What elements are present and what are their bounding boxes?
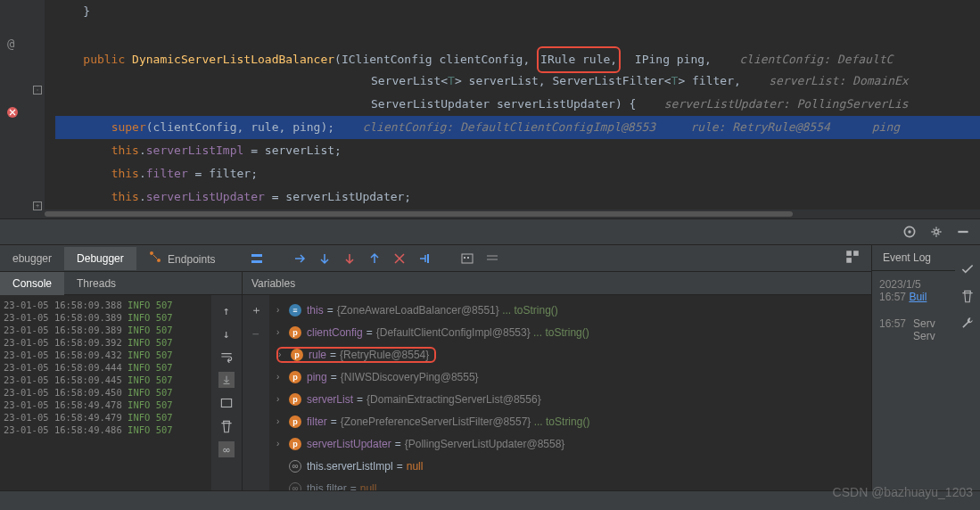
svg-point-3 (935, 230, 939, 234)
layout-icon[interactable] (249, 251, 265, 267)
check-icon[interactable] (959, 261, 976, 277)
step-out-icon[interactable] (366, 251, 383, 267)
param-icon: p (289, 326, 301, 339)
variables-tree[interactable]: › ≡ this={ZoneAwareLoadBalancer@8551} ..… (269, 295, 871, 509)
step-over-icon[interactable] (317, 251, 333, 267)
editor-toolbar (0, 218, 980, 245)
frames-section: Console Threads 23-01-05 16:58:09.388 IN… (0, 272, 243, 509)
run-to-cursor-icon[interactable] (416, 251, 432, 267)
svg-rect-8 (427, 254, 429, 263)
svg-rect-7 (251, 260, 262, 263)
tab-threads[interactable]: Threads (64, 272, 128, 295)
constructor-name: DynamicServerListLoadBalancer (132, 53, 334, 66)
tab-endpoints[interactable]: Endpoints (136, 245, 228, 271)
endpoints-icon (149, 251, 161, 263)
svg-rect-15 (853, 251, 859, 256)
var-tsli[interactable]: › ∞ this.serverListImpl=null (269, 455, 871, 477)
editor-gutter: @ - + (0, 0, 45, 218)
keyword-public: public (83, 53, 125, 66)
remove-watch-icon[interactable]: − (248, 325, 264, 341)
target-icon[interactable] (902, 224, 918, 240)
svg-rect-12 (487, 255, 498, 257)
svg-point-2 (908, 230, 910, 233)
show-exec-icon[interactable] (292, 251, 308, 267)
svg-rect-13 (487, 259, 498, 260)
var-filter[interactable]: › p filter={ZonePreferenceServerListFilt… (269, 410, 871, 432)
var-ping[interactable]: › p ping={NIWSDiscoveryPing@8555} (269, 366, 871, 388)
expand-icon[interactable]: › (276, 305, 289, 315)
var-clientconfig[interactable]: › p clientConfig={DefaultClientConfigImp… (269, 321, 871, 343)
debug-panel: ebugger Debugger Endpoints (0, 245, 980, 509)
var-serverlist[interactable]: › p serverList={DomainExtractingServerLi… (269, 388, 871, 410)
execution-line: super(clientConfig, rule, ping); clientC… (55, 116, 980, 139)
trash-icon[interactable] (959, 288, 976, 304)
code-editor[interactable]: @ - + } public DynamicServerListLoadBala… (0, 0, 980, 218)
infinity-icon: ∞ (289, 460, 301, 473)
right-tool-strip (955, 245, 980, 347)
vars-side-toolbar: ＋ − (243, 295, 269, 509)
gear-icon[interactable] (928, 224, 944, 240)
link-icon[interactable]: ∞ (218, 441, 235, 457)
this-icon: ≡ (289, 304, 301, 317)
soft-wrap-icon[interactable] (218, 349, 235, 365)
evaluate-icon[interactable] (459, 251, 475, 267)
param-icon: p (289, 371, 301, 383)
svg-rect-14 (846, 251, 852, 256)
wrench-icon[interactable] (959, 315, 976, 331)
expand-marker[interactable]: + (33, 202, 42, 210)
step-into-icon[interactable] (342, 251, 358, 267)
scroll-up-icon[interactable]: ↑ (218, 302, 235, 318)
trace-icon[interactable] (484, 251, 500, 267)
layout-settings-icon[interactable] (844, 249, 861, 265)
print-icon[interactable] (218, 395, 235, 411)
param-icon: p (291, 349, 303, 361)
tab-debugger-outer[interactable]: ebugger (0, 247, 64, 270)
param-icon: p (289, 415, 301, 428)
var-rule[interactable]: › p rule={RetryRule@8554} (269, 343, 871, 366)
clear-icon[interactable] (218, 418, 235, 434)
svg-point-4 (150, 251, 153, 255)
horizontal-scrollbar[interactable] (45, 210, 980, 218)
svg-rect-11 (467, 257, 469, 259)
inline-hint: clientConfig: DefaultC (739, 53, 893, 66)
tab-console[interactable]: Console (0, 272, 64, 295)
param-icon: p (289, 393, 301, 406)
param-icon: p (289, 438, 301, 450)
event-link[interactable]: Buil (909, 291, 926, 303)
scroll-to-end-icon[interactable] (218, 372, 235, 388)
rule-highlight-box: › p rule={RetryRule@8554} (276, 347, 436, 363)
code-content[interactable]: } public DynamicServerListLoadBalancer(I… (45, 0, 980, 218)
breakpoint-icon[interactable] (5, 105, 20, 119)
svg-point-5 (157, 259, 161, 262)
scroll-down-icon[interactable]: ↓ (218, 325, 235, 341)
collapse-marker[interactable]: - (33, 86, 42, 95)
add-watch-icon[interactable]: ＋ (248, 302, 264, 318)
var-this[interactable]: › ≡ this={ZoneAwareLoadBalancer@8551} ..… (269, 299, 871, 321)
var-slupdater[interactable]: › p serverListUpdater={PollingServerList… (269, 432, 871, 455)
debug-tabs-bar: ebugger Debugger Endpoints (0, 245, 871, 272)
log-output[interactable]: 23-01-05 16:58:09.388 INFO 50723-01-05 1… (0, 295, 211, 509)
watermark: CSDN @bazhuayu_1203 (833, 485, 973, 499)
variables-section: Variables ＋ − › ≡ this={ZoneAwareLoadBal… (243, 272, 871, 509)
svg-rect-6 (251, 254, 262, 257)
tab-debugger[interactable]: Debugger (64, 247, 136, 270)
variables-label: Variables (251, 277, 295, 290)
svg-rect-17 (221, 399, 231, 407)
svg-rect-10 (464, 257, 465, 259)
log-side-toolbar: ↑ ↓ ∞ (211, 295, 242, 509)
drop-frame-icon[interactable] (391, 251, 408, 267)
minimize-icon[interactable] (955, 224, 971, 240)
svg-rect-16 (846, 258, 852, 263)
annotation-icon: @ (7, 37, 14, 51)
